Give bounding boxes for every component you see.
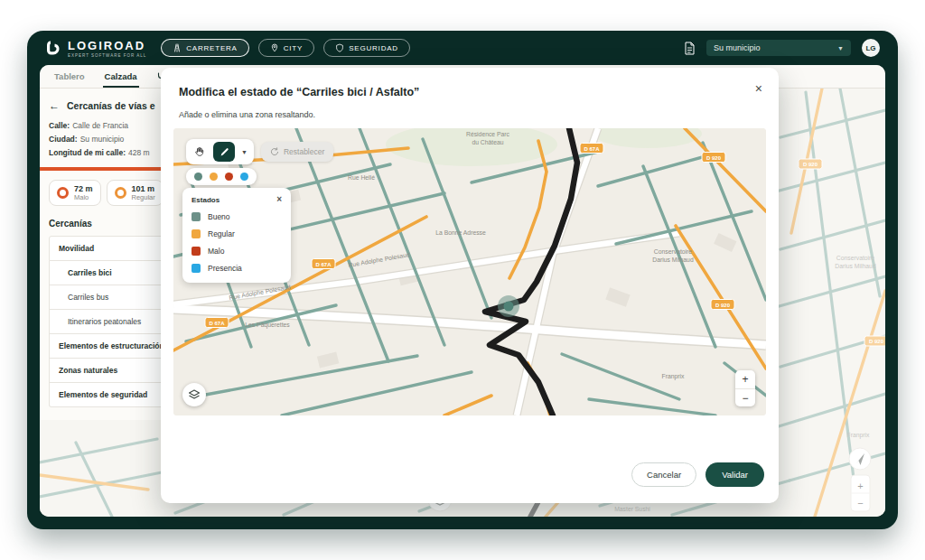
palette-dot-presencia[interactable] (240, 173, 248, 181)
reset-icon (270, 147, 279, 156)
estado-malo[interactable]: Malo (192, 247, 282, 256)
ring-icon (57, 187, 69, 199)
top-header: LOGIROAD EXPERT SOFTWARE FOR ALL CARRETE… (27, 31, 898, 65)
zoom-in-button[interactable]: + (735, 370, 755, 388)
header-right: Su municipio ▼ LG (684, 39, 880, 57)
restore-button[interactable]: Restablecer (261, 142, 333, 162)
nav-city[interactable]: CITY (258, 39, 314, 57)
nav-carretera-label: CARRETERA (186, 44, 238, 52)
logiroad-logo: LOGIROAD EXPERT SOFTWARE FOR ALL (45, 39, 146, 58)
chevron-down-icon: ▼ (837, 45, 844, 51)
modal-footer: Cancelar Validar (631, 462, 764, 487)
palette-dot-malo[interactable] (225, 173, 233, 181)
document-button[interactable] (684, 42, 696, 55)
swatch-malo (192, 247, 201, 256)
restore-label: Restablecer (284, 147, 324, 156)
svg-text:D 920: D 920 (715, 303, 731, 308)
svg-text:D 67A: D 67A (209, 321, 225, 326)
swatch-presencia (192, 264, 201, 273)
tab-tablero[interactable]: Tablero (52, 66, 87, 88)
zoom-control: + − (735, 370, 755, 406)
tab-calzada[interactable]: Calzada (103, 66, 139, 88)
modal-subtitle: Añade o elimina una zona resaltando. (179, 110, 761, 119)
zoom-out-button[interactable]: − (735, 388, 755, 406)
app-window: LOGIROAD EXPERT SOFTWARE FOR ALL CARRETE… (27, 31, 898, 529)
layers-button[interactable] (182, 383, 206, 406)
svg-text:Conservatoire: Conservatoire (654, 248, 693, 255)
estado-regular[interactable]: Regular (192, 229, 282, 238)
document-icon (684, 42, 696, 55)
hand-icon (194, 146, 205, 157)
nav-carretera[interactable]: CARRETERA (161, 39, 249, 57)
pan-tool-button[interactable] (189, 142, 210, 162)
shield-icon (335, 43, 344, 52)
palette-dot-bueno[interactable] (194, 173, 202, 181)
estado-bueno[interactable]: Bueno (192, 212, 282, 221)
swatch-bueno (192, 212, 201, 221)
svg-text:La Bonne Adresse: La Bonne Adresse (435, 229, 486, 236)
validate-button[interactable]: Validar (705, 462, 764, 487)
draw-toolbar: ▼ Restablecer (186, 139, 333, 164)
color-palette (186, 168, 257, 185)
modal-title: Modifica el estado de “Carriles bici / A… (179, 86, 761, 98)
svg-text:Franprix: Franprix (662, 373, 686, 380)
sidebar-title: Cercanías de vías e (67, 100, 154, 111)
svg-text:Les Pâquerettes: Les Pâquerettes (245, 322, 290, 329)
main-nav: CARRETERA CITY SEGURIDAD (161, 39, 410, 57)
municipality-select[interactable]: Su municipio ▼ (706, 40, 851, 56)
svg-text:Darius Milhaud: Darius Milhaud (652, 257, 694, 263)
municipality-value: Su municipio (714, 43, 761, 52)
close-icon[interactable]: × (755, 82, 762, 95)
modal-map[interactable]: D 67A D 67A D 920 D 67A D 920 Résidence … (173, 128, 766, 415)
estado-presencia[interactable]: Presencia (192, 264, 282, 273)
svg-text:D 67A: D 67A (315, 262, 332, 267)
svg-text:D 920: D 920 (706, 155, 722, 161)
road-icon (173, 43, 182, 52)
draw-tool-chevron[interactable]: ▼ (238, 149, 251, 155)
palette-dot-regular[interactable] (210, 173, 218, 181)
draw-tool-button[interactable] (213, 142, 235, 162)
avatar[interactable]: LG (862, 39, 880, 57)
svg-text:Résidence Parc: Résidence Parc (466, 131, 510, 137)
logo-text: LOGIROAD (68, 39, 146, 52)
pen-icon (220, 147, 229, 157)
stat-chip-regular[interactable]: 101 m Regular (107, 180, 164, 206)
ring-icon (115, 187, 126, 199)
svg-text:Rue Hellé: Rue Hellé (348, 174, 375, 181)
nav-seguridad[interactable]: SEGURIDAD (323, 39, 410, 57)
estados-title: Estados (192, 196, 220, 204)
map-pin-icon (270, 43, 279, 52)
cancel-button[interactable]: Cancelar (631, 462, 696, 487)
nav-city-label: CITY (284, 44, 303, 52)
logo-tagline: EXPERT SOFTWARE FOR ALL (68, 53, 146, 58)
logiroad-logo-icon (45, 40, 61, 56)
draw-marker[interactable] (498, 295, 519, 317)
back-button[interactable]: ← (49, 99, 60, 112)
estados-panel: Estados × Bueno Regular Malo Prese (182, 188, 291, 283)
edit-state-modal: Modifica el estado de “Carriles bici / A… (161, 68, 779, 503)
estados-close-icon[interactable]: × (276, 195, 282, 204)
layers-icon (188, 388, 201, 401)
svg-text:du Château: du Château (472, 139, 503, 145)
stat-chip-malo[interactable]: 72 m Malo (49, 180, 101, 206)
swatch-regular (192, 229, 201, 238)
svg-text:D 67A: D 67A (584, 146, 600, 152)
nav-seguridad-label: SEGURIDAD (349, 44, 398, 52)
